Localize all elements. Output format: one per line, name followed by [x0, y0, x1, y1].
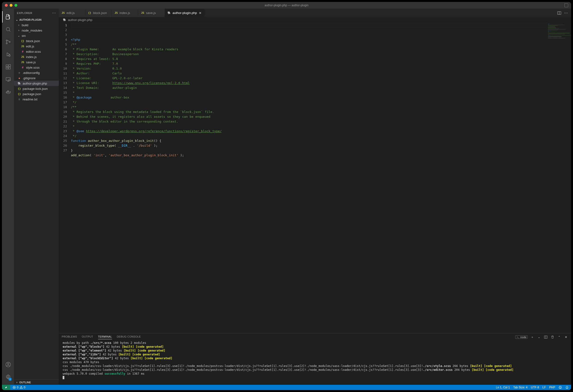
file-label: package.json [23, 92, 41, 96]
tab-block.json[interactable]: {}block.json [85, 9, 112, 17]
scss-icon: # [21, 50, 25, 53]
file-label: index.js [26, 55, 37, 59]
notifications-icon[interactable] [565, 386, 569, 389]
tree-item-block.json[interactable]: {}block.json [14, 38, 59, 44]
tree-item-.gitignore[interactable]: ◆.gitignore [14, 75, 59, 81]
problems-status[interactable]: 0 0 [13, 386, 25, 389]
json-icon: {} [21, 39, 25, 43]
tree-item-src[interactable]: ⌄src [14, 33, 59, 38]
remote-explorer-icon[interactable] [2, 74, 14, 85]
language-mode[interactable]: PHP [549, 386, 555, 389]
status-bar: 0 0 Ln 1, Col 1 Tab Size: 4 UTF-8 LF PHP [2, 385, 571, 390]
panel-tab-problems[interactable]: PROBLEMS [62, 335, 77, 339]
settings-gear-icon[interactable]: 1 [2, 371, 14, 383]
feedback-icon[interactable] [558, 386, 562, 389]
git-icon: ◆ [17, 77, 21, 80]
split-editor-icon[interactable] [557, 11, 561, 15]
maximize-panel-icon[interactable]: ⌃ [557, 335, 561, 339]
panel-actions: node ＋ ⌄ ⌃ ✕ [515, 335, 568, 339]
tree-item-package-lock.json[interactable]: {}package-lock.json [14, 86, 59, 91]
tab-size[interactable]: Tab Size: 4 [513, 386, 527, 389]
tree-item-node_modules[interactable]: ›node_modules [14, 28, 59, 33]
panel-tab-terminal[interactable]: TERMINAL [98, 335, 112, 339]
svg-rect-6 [6, 65, 8, 67]
settings-badge: 1 [8, 377, 12, 381]
trash-icon[interactable] [550, 335, 555, 339]
more-actions-icon[interactable]: ⋯ [564, 11, 568, 15]
minimap[interactable]: ▬▬▬▬▬▬▬▬▬▬▬▬▬▬▬▬▬▬▬▬▬▬▬▬▬▬▬▬▬▬▬▬▬▬▬▬▬▬▬▬… [547, 22, 571, 333]
workbench-body: 1 EXPLORER ⋯ ⌄ AUTHOR-PLUGIN ›build›node… [2, 9, 571, 385]
tree-item-index.js[interactable]: JSindex.js [14, 54, 59, 59]
breadcrumb[interactable]: 🐘 author-plugin.php [59, 17, 571, 22]
js-icon: JS [141, 11, 144, 15]
encoding[interactable]: UTF-8 [531, 386, 539, 389]
file-label: style.scss [26, 66, 39, 69]
editor[interactable]: 1234567891011121314151617181920212223242… [59, 22, 571, 333]
tree-item-package.json[interactable]: {}package.json [14, 91, 59, 97]
scss-icon: # [21, 66, 25, 69]
search-icon[interactable] [2, 24, 14, 35]
extensions-icon[interactable] [2, 61, 14, 73]
tree-item-build[interactable]: ›build [14, 22, 59, 28]
svg-rect-9 [9, 65, 11, 67]
workspace-header[interactable]: ⌄ AUTHOR-PLUGIN [14, 17, 59, 22]
close-panel-icon[interactable]: ✕ [564, 335, 568, 339]
tree-item-edit.js[interactable]: JSedit.js [14, 44, 59, 49]
close-window-icon[interactable] [5, 4, 8, 7]
breadcrumb-label: author-plugin.php [68, 18, 92, 22]
tab-label: author-plugin.php [173, 11, 197, 15]
tree-item-editor.scss[interactable]: #editor.scss [14, 49, 59, 54]
svg-point-2 [6, 40, 7, 41]
panel-tab-output[interactable]: OUTPUT [82, 335, 93, 339]
file-label: edit.js [26, 45, 34, 48]
code-content[interactable]: <?php/** * Plugin Name: An example block… [71, 22, 571, 333]
maximize-window-icon[interactable] [15, 4, 17, 7]
chevron-icon: › [17, 23, 20, 27]
sidebar-more-icon[interactable]: ⋯ [52, 11, 56, 15]
tab-index.js[interactable]: JSindex.js [112, 9, 138, 17]
tab-save.js[interactable]: JSsave.js [138, 9, 165, 17]
panel-tab-debug console[interactable]: DEBUG CONSOLE [117, 335, 141, 339]
editor-group: JSedit.js{}block.jsonJSindex.jsJSsave.js… [59, 9, 571, 385]
window-controls [2, 4, 17, 7]
outline-header[interactable]: › OUTLINE [14, 379, 59, 385]
terminal-process[interactable]: node [515, 335, 528, 339]
file-label: save.js [26, 60, 36, 64]
titlebar: author-plugin.php — author-plugin [2, 2, 571, 9]
terminal-output[interactable]: modules by path ./src/*.scss 100 bytes 2… [59, 341, 571, 385]
docker-icon[interactable] [2, 86, 14, 98]
tab-edit.js[interactable]: JSedit.js [59, 9, 85, 17]
new-terminal-icon[interactable]: ＋ [530, 335, 535, 339]
cursor-position[interactable]: Ln 1, Col 1 [496, 386, 510, 389]
remote-button[interactable] [2, 385, 10, 390]
accounts-icon[interactable] [2, 359, 14, 370]
source-control-icon[interactable] [2, 36, 14, 48]
close-tab-icon[interactable]: ✕ [198, 11, 202, 15]
warning-count: 0 [24, 386, 26, 389]
svg-point-1 [6, 27, 10, 31]
tab-author-plugin.php[interactable]: 🐘author-plugin.php✕ [165, 9, 205, 17]
status-right: Ln 1, Col 1 Tab Size: 4 UTF-8 LF PHP [493, 386, 571, 389]
chevron-icon: › [17, 29, 20, 32]
svg-point-24 [560, 387, 560, 387]
terminal-dropdown-icon[interactable]: ⌄ [537, 335, 541, 339]
minimize-window-icon[interactable] [10, 4, 13, 7]
tree-item-style.scss[interactable]: #style.scss [14, 65, 59, 70]
chevron-down-icon: ⌄ [16, 18, 18, 21]
chevron-icon: ⌄ [17, 34, 20, 37]
tree-item-.editorconfig[interactable]: ⚙.editorconfig [14, 70, 59, 75]
run-debug-icon[interactable] [2, 49, 14, 60]
svg-rect-15 [7, 90, 8, 91]
svg-point-4 [9, 41, 10, 43]
status-left: 0 0 [10, 386, 28, 389]
tree-item-author-plugin.php[interactable]: 🐘author-plugin.php [14, 81, 59, 86]
editor-tabs: JSedit.js{}block.jsonJSindex.jsJSsave.js… [59, 9, 571, 17]
tree-item-readme.txt[interactable]: ≡readme.txt [14, 97, 59, 102]
layout-toggle-icon[interactable] [564, 3, 568, 7]
file-label: .gitignore [23, 76, 36, 80]
eol[interactable]: LF [542, 386, 546, 389]
tree-item-save.js[interactable]: JSsave.js [14, 59, 59, 65]
split-terminal-icon[interactable] [544, 335, 548, 339]
sidebar: EXPLORER ⋯ ⌄ AUTHOR-PLUGIN ›build›node_m… [14, 9, 59, 385]
explorer-icon[interactable] [2, 11, 14, 23]
